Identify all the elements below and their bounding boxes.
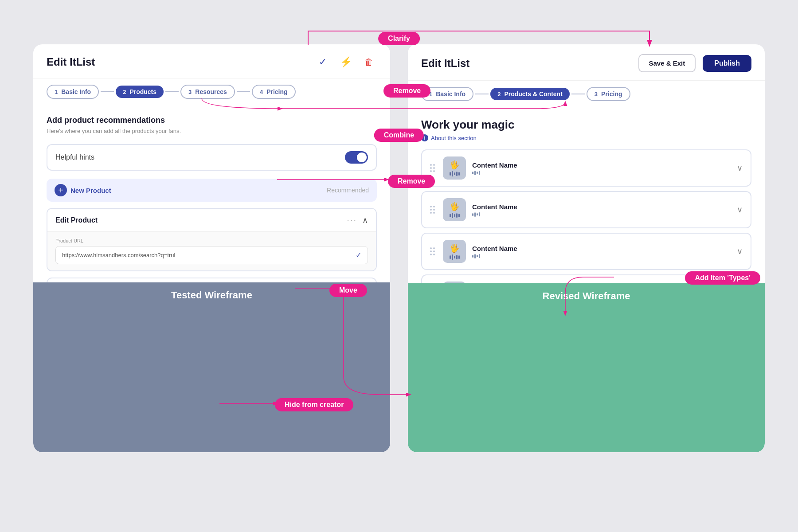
dots-button[interactable]: ··· (347, 215, 357, 225)
content-sub-3 (472, 254, 731, 258)
left-footer: Tested Wireframe (33, 282, 390, 453)
section-subtitle: Here's where you can add all the product… (47, 128, 377, 134)
drag-handle-1[interactable] (430, 164, 435, 172)
expand-icon-1[interactable]: ∨ (737, 163, 743, 173)
url-text: https://www.himsandhers.com/search?q=tru… (62, 252, 175, 258)
section-title: Add product recommendations (47, 116, 377, 125)
move-annotation: Move (329, 284, 367, 297)
expand-icon-2[interactable]: ∨ (737, 205, 743, 215)
content-sub-1 (472, 171, 731, 175)
helpful-hints-toggle[interactable] (345, 151, 368, 164)
right-panel-title: Edit ItList (421, 57, 469, 70)
waveform-2 (450, 213, 460, 218)
thumb-icon-2: 🖐 (450, 202, 459, 211)
left-steps-nav: 1 Basic Info 2 Products 3 Resources (33, 78, 390, 105)
step-pill-products[interactable]: 2 Products (116, 86, 164, 98)
work-magic-title: Work your magic (421, 118, 751, 132)
step-item-4: 4 Pricing (252, 85, 296, 99)
right-step-item-2: 2 Products & Content (490, 88, 570, 100)
step-item-2: 2 Products (116, 86, 164, 98)
content-sub-2 (472, 212, 731, 217)
affiliate-card: Affiliate Disclosure If you get affiliat… (47, 278, 377, 282)
step-pill-resources[interactable]: 3 Resources (180, 85, 235, 99)
right-panel-actions: Save & Exit Publish (638, 54, 752, 72)
step-connector-3 (237, 91, 250, 92)
content-thumb-1: 🖐 (443, 156, 466, 180)
remove-top-annotation: Remove (383, 84, 430, 98)
url-row: https://www.himsandhers.com/search?q=tru… (55, 246, 368, 264)
right-steps-nav: 1 Basic Info 2 Products & Content 3 Pric… (408, 81, 765, 107)
step-connector-1 (101, 91, 114, 92)
add-item-types-annotation: Add Item 'Types' (685, 271, 760, 285)
left-panel-header: Edit ItList ✓ ⚡ 🗑 (33, 44, 390, 78)
thumb-icon-3: 🖐 (450, 243, 459, 253)
drag-handle-3[interactable] (430, 247, 435, 255)
right-step-connector-2 (571, 94, 585, 94)
thumb-icon-1: 🖐 (450, 160, 459, 170)
publish-button[interactable]: Publish (703, 55, 751, 72)
left-panel-actions: ✓ ⚡ 🗑 (315, 54, 377, 70)
edit-product-title: Edit Product (55, 216, 98, 224)
content-name-2: Content Name (472, 203, 731, 211)
clarify-annotation: Clarify (378, 32, 420, 45)
about-section: i About this section (421, 134, 751, 141)
helpful-hints-toggle-row: Helpful hints (47, 144, 377, 171)
expand-icon-3[interactable]: ∨ (737, 246, 743, 256)
right-step-pill-pricing[interactable]: 3 Pricing (587, 87, 630, 101)
left-panel-title: Edit ItList (47, 56, 95, 68)
content-item-3: 🖐 Content Name (421, 233, 751, 270)
recommended-text: Recommended (327, 187, 369, 194)
right-panel-body: Work your magic i About this section (408, 107, 765, 283)
content-name-3: Content Name (472, 245, 731, 252)
remove-toggle-annotation: Remove (388, 175, 435, 188)
content-item-1: 🖐 Content Name (421, 149, 751, 187)
url-check-icon: ✓ (356, 251, 361, 259)
new-product-row: + New Product Recommended (47, 179, 377, 202)
lightning-icon-btn[interactable]: ⚡ (338, 54, 354, 70)
step-pill-pricing[interactable]: 4 Pricing (252, 85, 296, 99)
new-product-button[interactable]: + New Product (55, 184, 111, 196)
hide-annotation: Hide from creator (275, 398, 353, 411)
toggle-label: Helpful hints (55, 153, 94, 161)
right-step-item-3: 3 Pricing (587, 87, 630, 101)
left-panel-body: Add product recommendations Here's where… (33, 105, 390, 282)
step-item-1: 1 Basic Info (47, 85, 99, 99)
content-thumb-3: 🖐 (443, 240, 466, 263)
content-info-2: Content Name (472, 203, 731, 217)
panels-row: Edit ItList ✓ ⚡ 🗑 1 Basic Info (33, 44, 765, 452)
save-exit-button[interactable]: Save & Exit (638, 54, 696, 72)
left-panel: Edit ItList ✓ ⚡ 🗑 1 Basic Info (33, 44, 390, 452)
right-panel-header: Edit ItList Save & Exit Publish (408, 44, 765, 81)
combine-annotation: Combine (374, 129, 424, 142)
collapse-icon[interactable]: ∧ (362, 215, 368, 225)
edit-product-body: Product URL https://www.himsandhers.com/… (47, 231, 376, 270)
right-step-pill-products-content[interactable]: 2 Products & Content (490, 88, 570, 100)
edit-product-card: Edit Product ··· ∧ Product URL https://w… (47, 208, 377, 271)
step-pill-basic-info[interactable]: 1 Basic Info (47, 85, 99, 99)
edit-product-header: Edit Product ··· ∧ (47, 209, 376, 231)
trash-icon-btn[interactable]: 🗑 (361, 54, 377, 70)
content-item-2: 🖐 Content Name (421, 191, 751, 228)
main-container: Clarify Combine Remove Remove Move Hide … (33, 22, 765, 510)
content-info-3: Content Name (472, 245, 731, 258)
content-name-1: Content Name (472, 161, 731, 169)
edit-product-actions: ··· ∧ (347, 215, 368, 225)
url-label: Product URL (55, 238, 368, 243)
step-connector-2 (165, 91, 179, 92)
content-info-1: Content Name (472, 161, 731, 175)
right-panel: Edit ItList Save & Exit Publish 1 Basic … (408, 44, 765, 452)
waveform-1 (450, 171, 460, 176)
content-thumb-2: 🖐 (443, 198, 466, 221)
step-item-3: 3 Resources (180, 85, 235, 99)
plus-icon: + (55, 184, 67, 196)
waveform-3 (450, 254, 460, 260)
check-icon-btn[interactable]: ✓ (315, 54, 331, 70)
right-footer: Revised Wireframe (408, 283, 765, 452)
right-step-connector-1 (475, 94, 489, 94)
content-items-list: 🖐 Content Name (421, 149, 751, 283)
drag-handle-2[interactable] (430, 206, 435, 214)
